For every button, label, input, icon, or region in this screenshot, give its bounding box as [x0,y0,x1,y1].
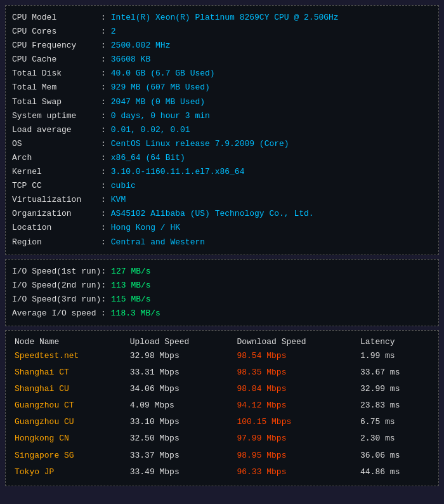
system-row: CPU Cache : 36608 KB [12,53,432,67]
system-row: Total Mem : 929 MB (607 MB Used) [12,81,432,95]
row-separator: : [101,67,106,81]
row-value: 127 MB/s [111,265,150,279]
row-label: Organization [12,207,101,221]
network-table-row: Shanghai CT33.31 Mbps98.35 Mbps33.67 ms [12,364,432,381]
system-row: TCP CC : cubic [12,179,432,193]
row-label: Average I/O speed [12,307,101,321]
row-label: Location [12,221,101,235]
row-value: 118.3 MB/s [111,307,160,321]
node-tag: CU [54,384,69,394]
row-label: I/O Speed(1st run) [12,265,101,279]
node-name: Shanghai [15,368,54,377]
latency-cell: 1.99 ms [358,348,432,364]
io-row: Average I/O speed : 118.3 MB/s [12,307,432,321]
io-row: I/O Speed(3rd run) : 115 MB/s [12,293,432,307]
row-value: 40.0 GB (6.7 GB Used) [111,67,215,81]
row-separator: : [101,95,106,109]
network-table-header: Download Speed [234,336,358,348]
network-table-header: Latency [358,336,432,348]
system-row: Total Disk : 40.0 GB (6.7 GB Used) [12,67,432,81]
node-name-cell: Guangzhou CT [12,397,127,414]
node-name: Hongkong [15,434,54,443]
node-name-cell: Shanghai CT [12,364,127,381]
network-table-row: Speedtest.net32.98 Mbps98.54 Mbps1.99 ms [12,348,432,364]
row-value: 2500.002 MHz [111,39,171,53]
row-value: 115 MB/s [111,293,150,307]
row-label: CPU Cores [12,25,101,39]
row-separator: : [101,207,106,221]
upload-speed-cell: 33.31 Mbps [127,364,235,381]
upload-speed-cell: 4.09 Mbps [127,397,235,414]
network-table-row: Guangzhou CT4.09 Mbps94.12 Mbps23.83 ms [12,397,432,414]
row-separator: : [101,307,106,321]
system-row: CPU Frequency : 2500.002 MHz [12,39,432,53]
node-name-cell: Shanghai CU [12,381,127,397]
node-name-cell: Speedtest.net [12,348,127,364]
row-label: Total Swap [12,95,101,109]
row-value: 2 [111,25,116,39]
row-separator: : [101,293,106,307]
network-table-header: Node Name [12,336,127,348]
row-separator: : [101,151,106,165]
latency-cell: 6.75 ms [358,414,432,430]
system-row: Kernel : 3.10.0-1160.11.1.el7.x86_64 [12,165,432,179]
node-name: Tokyo [15,467,39,477]
node-tag: CN [54,434,69,443]
row-separator: : [101,11,106,25]
row-label: I/O Speed(3rd run) [12,293,101,307]
node-name: Guangzhou [15,401,59,410]
row-separator: : [101,25,106,39]
latency-cell: 33.67 ms [358,364,432,381]
node-name: Speedtest.net [15,351,79,361]
system-row: Total Swap : 2047 MB (0 MB Used) [12,95,432,109]
network-table-row: Guangzhou CU33.10 Mbps100.15 Mbps6.75 ms [12,414,432,430]
row-label: Kernel [12,165,101,179]
node-name-cell: Guangzhou CU [12,414,127,430]
network-table-header: Upload Speed [127,336,235,348]
node-name-cell: Hongkong CN [12,430,127,447]
row-value: CentOS Linux release 7.9.2009 (Core) [111,137,289,151]
row-label: CPU Model [12,11,101,25]
upload-speed-cell: 32.98 Mbps [127,348,235,364]
system-row: Load average : 0.01, 0.02, 0.01 [12,123,432,137]
node-name-cell: Tokyo JP [12,464,127,481]
row-value: 0.01, 0.02, 0.01 [111,123,190,137]
download-speed-cell: 100.15 Mbps [234,414,358,430]
upload-speed-cell: 32.50 Mbps [127,430,235,447]
row-separator: : [101,265,106,279]
row-label: System uptime [12,109,101,123]
row-value: KVM [111,193,126,207]
row-value: 2047 MB (0 MB Used) [111,95,205,109]
download-speed-cell: 98.35 Mbps [234,364,358,381]
upload-speed-cell: 33.10 Mbps [127,414,235,430]
node-tag: CT [59,401,74,410]
row-value: x86_64 (64 Bit) [111,151,185,165]
row-separator: : [101,165,106,179]
latency-cell: 23.83 ms [358,397,432,414]
latency-cell: 32.99 ms [358,381,432,397]
system-row: System uptime : 0 days, 0 hour 3 min [12,109,432,123]
row-label: CPU Frequency [12,39,101,53]
latency-cell: 36.06 ms [358,448,432,464]
row-label: Region [12,235,101,249]
system-row: OS : CentOS Linux release 7.9.2009 (Core… [12,137,432,151]
row-value: Central and Western [111,235,205,249]
row-label: TCP CC [12,179,101,193]
io-row: I/O Speed(2nd run) : 113 MB/s [12,279,432,293]
row-separator: : [101,39,106,53]
download-speed-cell: 96.33 Mbps [234,464,358,481]
row-label: Total Mem [12,81,101,95]
row-value: AS45102 Alibaba (US) Technology Co., Ltd… [111,207,314,221]
system-row: Location : Hong Kong / HK [12,221,432,235]
row-label: OS [12,137,101,151]
node-tag: CU [59,417,74,427]
row-separator: : [101,123,106,137]
node-tag: SG [59,451,74,460]
node-name: Singapore [15,451,59,460]
network-table-row: Shanghai CU34.06 Mbps98.84 Mbps32.99 ms [12,381,432,397]
download-speed-cell: 98.84 Mbps [234,381,358,397]
row-separator: : [101,235,106,249]
row-value: 113 MB/s [111,279,150,293]
download-speed-cell: 98.95 Mbps [234,448,358,464]
node-tag: JP [39,467,54,477]
